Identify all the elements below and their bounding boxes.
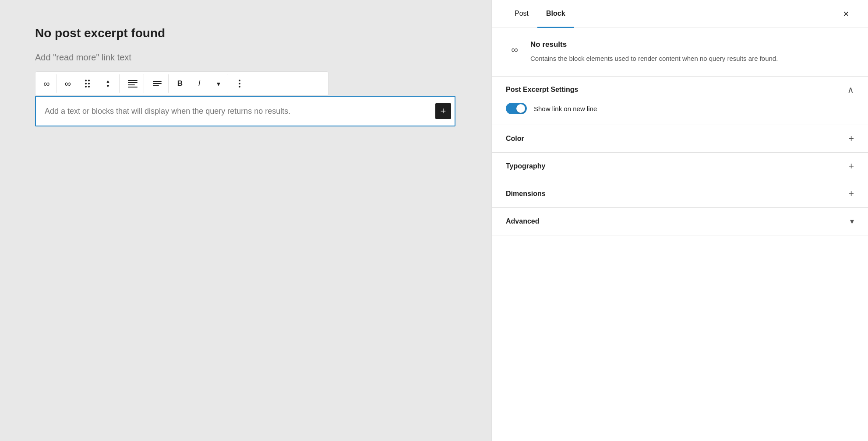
read-more-label: Add "read more" link text — [35, 52, 456, 63]
sidebar: Post Block × ∞ No results Contains the b… — [491, 0, 868, 441]
tab-block[interactable]: Block — [537, 0, 574, 28]
dimensions-section-title: Dimensions — [506, 190, 546, 198]
post-excerpt-settings-header[interactable]: Post Excerpt Settings ∧ — [506, 77, 854, 103]
sidebar-header: Post Block × — [492, 0, 868, 28]
show-link-toggle-row: Show link on new line — [506, 103, 854, 114]
post-excerpt-settings-title: Post Excerpt Settings — [506, 86, 578, 94]
advanced-section-title: Advanced — [506, 217, 539, 225]
align-block-icon — [128, 80, 138, 88]
advanced-section-header[interactable]: Advanced ▾ — [506, 208, 854, 235]
italic-icon: I — [198, 79, 201, 88]
block-icon: ∞ — [506, 41, 523, 59]
more-options-icon — [239, 80, 240, 88]
advanced-section: Advanced ▾ — [492, 208, 868, 235]
typography-section-header[interactable]: Typography + — [506, 153, 854, 180]
spinner-icon: ▲ ▼ — [106, 79, 110, 88]
drag-handle-btn[interactable] — [78, 74, 97, 93]
block-info-description: Contains the block elements used to rend… — [530, 53, 778, 64]
align-text-icon — [153, 81, 162, 86]
drag-icon — [85, 80, 90, 88]
plus-icon: + — [848, 133, 854, 144]
editor-area: No post excerpt found Add "read more" li… — [0, 0, 491, 441]
color-section: Color + — [492, 125, 868, 153]
block-info-content: No results Contains the block elements u… — [530, 40, 778, 64]
align-block-btn[interactable] — [121, 74, 144, 93]
content-area[interactable]: Add a text or blocks that will display w… — [35, 96, 455, 126]
post-excerpt-settings-section: Post Excerpt Settings ∧ Show link on new… — [492, 77, 868, 125]
plus-icon: + — [848, 188, 854, 200]
no-excerpt-title: No post excerpt found — [35, 26, 456, 40]
move-btn[interactable]: ▲ ▼ — [97, 74, 120, 93]
typography-section-title: Typography — [506, 162, 545, 170]
loop2-icon-btn[interactable]: ∞ — [58, 74, 78, 93]
options-btn[interactable] — [230, 74, 249, 93]
chevron-down-icon: ▾ — [850, 217, 854, 226]
italic-btn[interactable]: I — [190, 74, 209, 93]
typography-section: Typography + — [492, 153, 868, 180]
color-section-title: Color — [506, 135, 524, 143]
plus-icon: + — [441, 105, 446, 117]
chevron-up-icon: ∧ — [847, 84, 854, 95]
add-block-button[interactable]: + — [435, 103, 451, 119]
bold-icon: B — [177, 79, 183, 88]
loop-icon: ∞ — [43, 79, 49, 89]
show-link-label: Show link on new line — [534, 105, 597, 112]
block-info-title: No results — [530, 40, 778, 49]
post-excerpt-settings-content: Show link on new line — [506, 103, 854, 125]
block-toolbar: ∞ ∞ ▲ ▼ — [35, 71, 328, 96]
dimensions-section-header[interactable]: Dimensions + — [506, 180, 854, 207]
close-sidebar-button[interactable]: × — [838, 6, 854, 22]
show-link-toggle[interactable] — [506, 103, 527, 114]
color-section-header[interactable]: Color + — [506, 125, 854, 152]
plus-icon: + — [848, 161, 854, 172]
loop-icon-btn[interactable]: ∞ — [37, 74, 56, 93]
block-info: ∞ No results Contains the block elements… — [492, 28, 868, 77]
loop2-icon: ∞ — [65, 79, 71, 89]
chevron-down-icon: ▾ — [217, 80, 220, 88]
align-text-btn[interactable] — [146, 74, 169, 93]
dimensions-section: Dimensions + — [492, 180, 868, 208]
more-formats-btn[interactable]: ▾ — [209, 74, 228, 93]
toggle-knob — [516, 104, 525, 113]
tab-post[interactable]: Post — [506, 0, 537, 28]
content-placeholder: Add a text or blocks that will display w… — [36, 100, 435, 123]
close-icon: × — [843, 8, 849, 20]
bold-btn[interactable]: B — [170, 74, 190, 93]
